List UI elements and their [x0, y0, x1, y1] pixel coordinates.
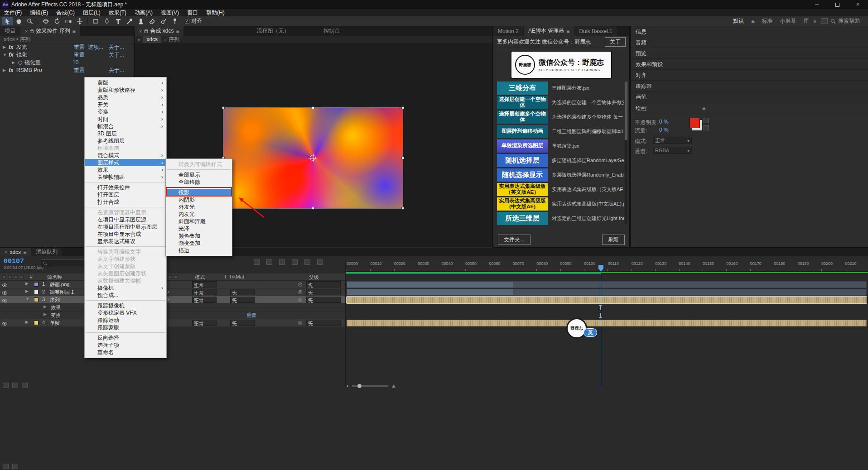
menubar-item[interactable]: 文件(F) [0, 9, 26, 16]
pan-behind-tool[interactable] [74, 17, 85, 25]
context-menu-item[interactable]: 混合模式› [85, 152, 166, 159]
about-link[interactable]: 关于... [109, 67, 124, 74]
close-tab-icon[interactable]: × [25, 29, 28, 34]
panel-layout-icon[interactable] [821, 18, 828, 24]
workspace-menu-icon[interactable]: ≡ [751, 18, 754, 24]
context-menu-item[interactable]: 图层样式› [85, 159, 166, 166]
side-panel-tab[interactable]: 画笔 [631, 91, 868, 102]
rectangle-tool[interactable] [90, 17, 101, 25]
close-tab-icon[interactable]: × [139, 29, 142, 34]
context-menu-item[interactable]: 摄像机› [85, 284, 166, 292]
col-parent[interactable]: 父级 [309, 274, 319, 281]
parent-pickwhip-icon[interactable]: ◎ [298, 297, 303, 302]
refresh-button[interactable]: 刷新 [602, 235, 625, 245]
selection-handle[interactable] [222, 106, 225, 109]
motion-blur-icon[interactable] [304, 259, 310, 265]
about-link[interactable]: 关于... [109, 51, 124, 59]
property-expand-icon[interactable]: ▶ [43, 312, 47, 317]
layer-name[interactable]: 序列 [50, 297, 60, 303]
context-menu-item[interactable]: 时间› [85, 115, 166, 123]
col-trkmat[interactable]: TrkMat [229, 274, 244, 279]
menubar-item[interactable]: 窗口 [183, 9, 202, 16]
layer-duration-bar[interactable] [347, 289, 867, 296]
zoom-out-icon[interactable]: ▲ [346, 384, 349, 388]
layer-name[interactable]: 调整图层 1 [50, 289, 74, 296]
clone-source-icon[interactable] [704, 125, 709, 130]
trkmat-select[interactable]: 无▾ [230, 289, 255, 295]
context-menu-item[interactable]: 重命名 [85, 349, 166, 356]
script-button[interactable]: 单独渲染所选图层 [497, 139, 548, 153]
menubar-item[interactable]: 编辑(E) [26, 9, 52, 16]
context-menu-item[interactable]: 开关› [85, 101, 166, 108]
menubar-item[interactable]: 动画(A) [130, 9, 157, 16]
param-value[interactable]: 10 [72, 59, 78, 67]
context-menu-item[interactable]: 选择子项 [85, 341, 166, 349]
submenu-item[interactable]: 斜面和浮雕 [166, 218, 232, 225]
mode-select[interactable]: 正常▾ [192, 289, 217, 295]
mode-select[interactable]: 正常▾ [192, 281, 217, 288]
panel-menu-icon[interactable]: ≡ [702, 102, 705, 114]
snap-checkbox[interactable]: ✓ [185, 19, 189, 24]
context-menu-item[interactable]: 在项目中显示图层源 [85, 216, 166, 223]
submenu-item[interactable]: 光泽 [166, 225, 232, 232]
ime-indicator[interactable]: 野鹿志 英 [566, 318, 587, 339]
panel-menu-icon[interactable]: ≡ [72, 28, 76, 34]
zoom-in-icon[interactable]: ▲ [391, 383, 396, 389]
parent-select[interactable]: 无▾ [306, 320, 341, 326]
reset-link[interactable]: 重置 [74, 43, 85, 51]
side-panel-tab[interactable]: 跟踪器 [631, 81, 868, 91]
mode-select[interactable]: 正常▾ [192, 297, 217, 303]
workspace-1[interactable]: 默认 [733, 17, 744, 25]
effect-param-row[interactable]: ▶ 锐化量 10 [0, 59, 134, 67]
context-menu-item[interactable]: 3D 图层 [85, 130, 166, 137]
time-ruler[interactable]: 0000000010000200003000040000500006000070… [346, 259, 868, 272]
layer-name[interactable]: 单帧 [50, 320, 60, 326]
eye-icon[interactable] [2, 283, 7, 286]
submenu-item[interactable]: 渐变叠加 [166, 240, 232, 247]
ime-language-badge[interactable]: 英 [583, 328, 597, 337]
layer-expand-icon[interactable]: ▼ [25, 297, 29, 301]
layer-label-color[interactable] [34, 282, 39, 287]
context-menu-item[interactable]: 关键帧辅助› [85, 173, 166, 181]
effect-row-glow[interactable]: ▶ fx 发光 重置 选项... 关于... [0, 43, 134, 51]
column-divider[interactable] [345, 259, 346, 388]
script-button[interactable]: 所选三维层 [497, 212, 548, 225]
parent-select[interactable]: 无▾ [306, 297, 341, 303]
close-button[interactable]: × [848, 0, 868, 9]
tab-render-queue[interactable]: 渲染队列 [31, 248, 62, 256]
layer-label-color[interactable] [34, 321, 39, 325]
selection-handle[interactable] [401, 106, 404, 109]
rotate-tool[interactable] [52, 17, 63, 25]
eye-icon[interactable] [2, 321, 7, 325]
context-menu-item[interactable]: 蒙版和形状路径› [85, 86, 166, 94]
context-menu-item[interactable]: 帧混合› [85, 123, 166, 130]
draft-3d-icon[interactable] [266, 259, 272, 265]
side-panel-tab[interactable]: 信息 [631, 26, 868, 37]
layer-duration-bar[interactable] [347, 320, 867, 326]
tab-composition[interactable]: × 合成 xdcs ≡ [135, 26, 183, 36]
selection-handle[interactable] [401, 207, 404, 210]
expand-icon[interactable]: ▼ [3, 51, 7, 59]
expand-transfer-controls-icon[interactable] [12, 383, 18, 388]
graph-editor-icon[interactable] [317, 259, 323, 265]
breadcrumb-layer[interactable]: 序列 [169, 36, 179, 43]
context-menu-item[interactable]: 效果› [85, 166, 166, 173]
zoom-tool[interactable] [24, 17, 35, 25]
workspace-4[interactable]: 库 [803, 17, 809, 25]
comp-mini-flowchart-icon[interactable] [254, 259, 260, 265]
panel-menu-icon[interactable]: ≡ [23, 249, 26, 255]
hand-tool[interactable] [13, 17, 24, 25]
context-menu-item[interactable]: 变换› [85, 108, 166, 115]
puppet-pin-tool[interactable] [169, 17, 180, 25]
frame-blending-icon[interactable] [292, 259, 298, 265]
opacity-value[interactable]: 0 % [659, 119, 669, 125]
collapse-icon[interactable]: ▶ [12, 59, 15, 67]
panel-menu-icon[interactable]: ≡ [566, 28, 569, 34]
tab-effect-controls[interactable]: × 效果控件 序列 ≡ [20, 26, 80, 36]
context-menu-item[interactable]: 在项目流程图中显示图层 [85, 223, 166, 230]
layer-label-color[interactable] [34, 290, 39, 294]
parent-pickwhip-icon[interactable]: ◎ [298, 289, 303, 295]
workspace-overflow-icon[interactable]: » [813, 18, 816, 24]
camera-tool[interactable] [63, 17, 74, 25]
menubar-item[interactable]: 图层(L) [79, 9, 105, 16]
